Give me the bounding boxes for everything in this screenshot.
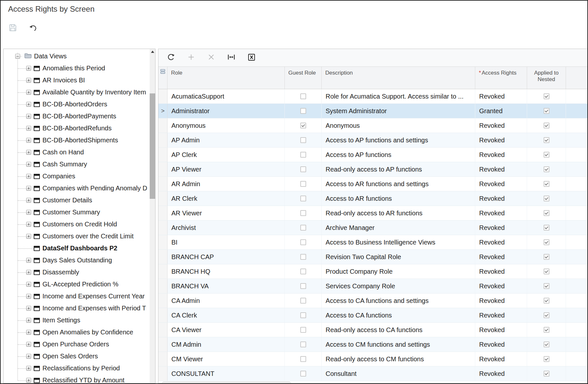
guest-role-cell[interactable] — [285, 294, 322, 308]
applied-to-nested-checkbox[interactable] — [544, 269, 549, 274]
role-cell[interactable]: AR Admin — [167, 177, 285, 191]
row-indicator-cell[interactable] — [158, 264, 167, 279]
applied-to-nested-checkbox[interactable] — [544, 239, 549, 245]
applied-to-nested-checkbox[interactable] — [544, 166, 549, 172]
applied-to-nested-checkbox[interactable] — [544, 108, 549, 114]
table-row[interactable]: AR ClerkAccess to AR functionsRevoked — [158, 191, 587, 206]
applied-to-nested-cell[interactable] — [527, 162, 566, 176]
expand-toggle-icon[interactable] — [26, 270, 31, 275]
description-cell[interactable]: Archive Manager — [322, 221, 475, 235]
access-rights-cell[interactable]: Revoked — [475, 221, 527, 235]
description-cell[interactable]: Read-only access to CM functions — [322, 352, 475, 366]
row-indicator-cell[interactable] — [158, 191, 167, 206]
tree-item[interactable]: Disassembly — [4, 266, 150, 278]
guest-role-cell[interactable] — [285, 133, 322, 147]
expand-toggle-icon[interactable] — [26, 366, 31, 371]
table-row[interactable]: BRANCH VAServices Company RoleRevoked — [158, 279, 587, 294]
role-cell[interactable]: CA Clerk — [167, 308, 285, 322]
table-row[interactable]: AP ClerkAccess to AP functionsRevoked — [158, 148, 587, 162]
tree-item[interactable]: Income and Expenses with Period T — [4, 302, 150, 314]
table-row[interactable]: CA ClerkAccess to CA functionsRevoked — [158, 308, 587, 323]
access-rights-cell[interactable]: Revoked — [475, 279, 527, 293]
expand-toggle-icon[interactable] — [26, 210, 31, 215]
applied-to-nested-checkbox[interactable] — [544, 196, 549, 201]
column-header-guest-role[interactable]: Guest Role — [285, 67, 322, 89]
tree-item[interactable]: Open Sales Orders — [4, 350, 150, 362]
applied-to-nested-cell[interactable] — [527, 264, 566, 279]
description-cell[interactable]: Anonymous — [322, 118, 475, 133]
expand-toggle-icon[interactable] — [26, 66, 31, 71]
role-cell[interactable]: CA Viewer — [167, 323, 285, 337]
applied-to-nested-cell[interactable] — [527, 221, 566, 235]
role-cell[interactable]: BRANCH CAP — [167, 250, 285, 264]
expand-toggle-icon[interactable] — [26, 198, 31, 203]
applied-to-nested-checkbox[interactable] — [544, 210, 549, 216]
tree-item[interactable]: Cash Summary — [4, 158, 150, 170]
expand-toggle-icon[interactable] — [26, 258, 31, 263]
description-cell[interactable]: Access to AP functions — [322, 148, 475, 162]
access-rights-cell[interactable]: Revoked — [475, 89, 527, 103]
column-header-role[interactable]: Role — [167, 67, 285, 89]
tree-item[interactable]: Cash on Hand — [4, 146, 150, 158]
applied-to-nested-cell[interactable] — [527, 104, 566, 118]
access-rights-cell[interactable]: Revoked — [475, 337, 527, 352]
guest-role-checkbox[interactable] — [300, 152, 306, 158]
applied-to-nested-cell[interactable] — [527, 366, 566, 381]
expand-toggle-icon[interactable] — [26, 150, 31, 155]
applied-to-nested-checkbox[interactable] — [544, 225, 549, 231]
expand-toggle-icon[interactable] — [26, 90, 31, 95]
table-row[interactable]: AP AdminAccess to AP functions and setti… — [158, 133, 587, 148]
table-row[interactable]: CM ViewerRead-only access to CM function… — [158, 352, 587, 366]
guest-role-cell[interactable] — [285, 308, 322, 322]
tree-vertical-scrollbar[interactable] — [150, 49, 155, 383]
tree-item[interactable]: Anomalies this Period — [4, 62, 150, 74]
guest-role-cell[interactable] — [285, 264, 322, 279]
guest-role-cell[interactable] — [285, 118, 322, 133]
guest-role-checkbox[interactable] — [300, 196, 306, 201]
role-cell[interactable]: BI — [167, 235, 285, 249]
access-rights-cell[interactable]: Revoked — [475, 133, 527, 147]
applied-to-nested-checkbox[interactable] — [544, 371, 549, 377]
role-cell[interactable]: AcumaticaSupport — [167, 89, 285, 103]
applied-to-nested-checkbox[interactable] — [544, 137, 549, 143]
role-cell[interactable]: BRANCH HQ — [167, 264, 285, 279]
description-cell[interactable]: Services Company Role — [322, 279, 475, 293]
description-cell[interactable]: Revision Two Capital Role — [322, 250, 475, 264]
tree-item[interactable]: Income and Expenses Current Year — [4, 290, 150, 302]
expand-toggle-icon[interactable] — [26, 306, 31, 311]
table-row[interactable]: AP ViewerRead-only access to AP function… — [158, 162, 587, 177]
applied-to-nested-checkbox[interactable] — [544, 152, 549, 158]
table-row[interactable]: AnonymousAnonymousRevoked — [158, 118, 587, 133]
guest-role-checkbox[interactable] — [300, 239, 306, 245]
guest-role-checkbox[interactable] — [300, 342, 306, 347]
applied-to-nested-cell[interactable] — [527, 352, 566, 366]
row-indicator-cell[interactable] — [158, 221, 167, 235]
row-indicator-cell[interactable] — [158, 323, 167, 337]
expand-toggle-icon[interactable] — [26, 186, 31, 191]
description-cell[interactable]: Read-only access to AR functions — [322, 206, 475, 220]
delete-row-button[interactable] — [201, 51, 221, 65]
applied-to-nested-checkbox[interactable] — [544, 356, 549, 362]
row-settings-header-cell[interactable] — [158, 67, 167, 89]
access-rights-cell[interactable]: Revoked — [475, 308, 527, 322]
guest-role-checkbox[interactable] — [300, 225, 306, 231]
role-cell[interactable]: AR Viewer — [167, 206, 285, 220]
applied-to-nested-cell[interactable] — [527, 133, 566, 147]
row-indicator-cell[interactable] — [158, 89, 167, 103]
row-indicator-cell[interactable] — [158, 206, 167, 220]
table-row[interactable]: CM AdminAccess to CM functions and setti… — [158, 337, 587, 352]
applied-to-nested-cell[interactable] — [527, 337, 566, 352]
access-rights-cell[interactable]: Revoked — [475, 177, 527, 191]
description-cell[interactable]: Access to CA functions and settings — [322, 294, 475, 308]
guest-role-cell[interactable] — [285, 177, 322, 191]
guest-role-cell[interactable] — [285, 148, 322, 162]
row-indicator-cell[interactable] — [158, 133, 167, 147]
fit-width-button[interactable] — [221, 51, 241, 65]
row-indicator-cell[interactable] — [158, 162, 167, 176]
tree-item[interactable]: DataSelf Dashboards P2 — [4, 242, 150, 254]
expand-toggle-icon[interactable] — [26, 294, 31, 299]
table-row[interactable]: CA ViewerRead-only access to CA function… — [158, 323, 587, 337]
role-cell[interactable]: AR Clerk — [167, 191, 285, 206]
undo-button[interactable] — [28, 24, 37, 33]
guest-role-checkbox[interactable] — [300, 93, 306, 99]
